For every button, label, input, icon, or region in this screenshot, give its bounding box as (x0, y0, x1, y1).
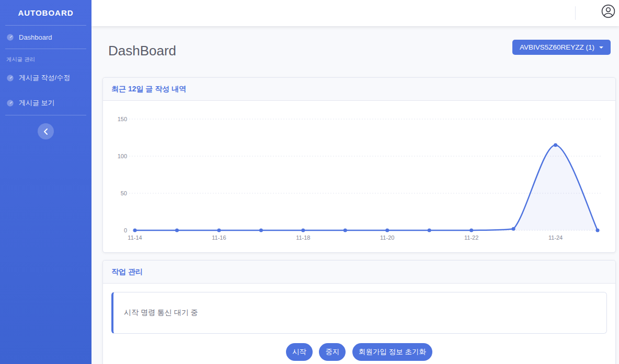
account-dropdown-button[interactable]: AVBIVS5Z60REYZZ (1) (512, 40, 611, 55)
task-card-body: 시작 명령 통신 대기 중 시작 중지 회원가입 정보 초기화 (103, 284, 615, 364)
sidebar-item-label: 게시글 작성/수정 (19, 73, 70, 83)
account-dropdown-label: AVBIVS5Z60REYZZ (1) (520, 43, 594, 51)
caret-down-icon (599, 46, 603, 49)
recent-posts-card: 최근 12일 글 작성 내역 05010015011-1411-1611-181… (102, 77, 616, 253)
topbar (91, 0, 619, 26)
sidebar-item-post-write-edit[interactable]: 게시글 작성/수정 (0, 65, 91, 90)
svg-text:11-18: 11-18 (296, 234, 310, 241)
task-status-box: 시작 명령 통신 대기 중 (111, 292, 607, 334)
sidebar: AUTOBOARD Dashboard 게시글 관리 게시글 작성/수정 게시글… (0, 0, 91, 364)
chevron-left-icon (43, 128, 48, 135)
topbar-divider (575, 6, 576, 20)
app-root: AUTOBOARD Dashboard 게시글 관리 게시글 작성/수정 게시글… (0, 0, 619, 364)
tachometer-icon (6, 99, 14, 107)
recent-posts-card-title: 최근 12일 글 작성 내역 (103, 78, 615, 101)
page-title: DashBoard (108, 43, 176, 59)
sidebar-item-dashboard[interactable]: Dashboard (0, 26, 91, 49)
svg-text:150: 150 (118, 116, 127, 122)
svg-text:11-16: 11-16 (212, 234, 226, 241)
svg-text:11-14: 11-14 (128, 234, 142, 241)
tachometer-icon (6, 74, 14, 82)
svg-text:0: 0 (124, 227, 127, 233)
sidebar-item-post-view[interactable]: 게시글 보기 (0, 90, 91, 115)
svg-text:11-24: 11-24 (548, 234, 563, 241)
task-button-row: 시작 중지 회원가입 정보 초기화 (111, 343, 607, 361)
person-circle-icon (601, 4, 615, 18)
reset-signup-info-button[interactable]: 회원가입 정보 초기화 (352, 343, 432, 361)
sidebar-divider (5, 115, 86, 115)
stop-button[interactable]: 중지 (319, 343, 346, 361)
sidebar-item-label: 게시글 보기 (19, 98, 55, 108)
sidebar-item-label: Dashboard (19, 33, 52, 41)
chart-area: 05010015011-1411-1611-1811-2011-2211-24 (103, 101, 615, 253)
main-content: DashBoard AVBIVS5Z60REYZZ (1) 최근 12일 글 작… (91, 26, 619, 364)
sidebar-section-heading: 게시글 관리 (0, 49, 91, 65)
tachometer-icon (6, 33, 14, 41)
sidebar-collapse-button[interactable] (38, 123, 54, 139)
svg-text:50: 50 (121, 190, 127, 196)
user-menu-button[interactable] (601, 4, 615, 18)
task-management-card: 작업 관리 시작 명령 통신 대기 중 시작 중지 회원가입 정보 초기화 (102, 260, 616, 364)
svg-text:11-20: 11-20 (380, 234, 394, 241)
brand-logo[interactable]: AUTOBOARD (0, 0, 91, 25)
svg-text:100: 100 (118, 153, 127, 159)
posts-line-chart: 05010015011-1411-1611-1811-2011-2211-24 (103, 101, 616, 253)
task-status-text: 시작 명령 통신 대기 중 (124, 308, 198, 318)
task-card-title: 작업 관리 (103, 261, 615, 284)
page-header: DashBoard AVBIVS5Z60REYZZ (1) (91, 26, 619, 59)
start-button[interactable]: 시작 (286, 343, 313, 361)
svg-text:11-22: 11-22 (464, 234, 478, 241)
